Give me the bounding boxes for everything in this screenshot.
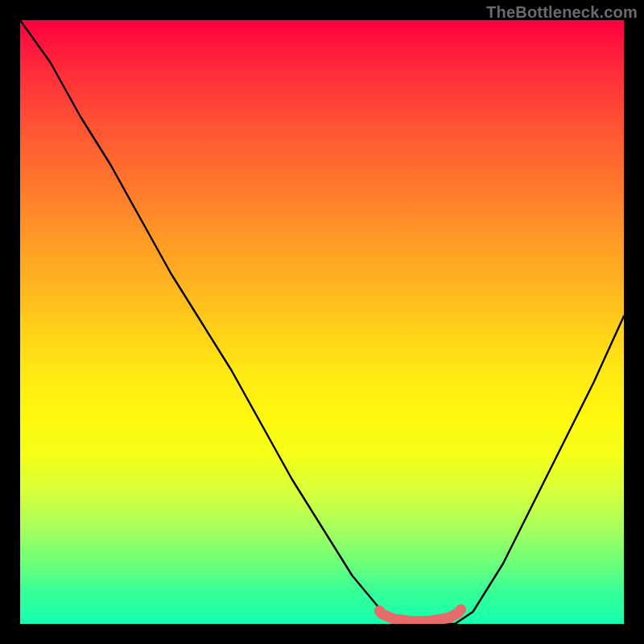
chart-stage: TheBottleneck.com [0,0,644,644]
watermark-text: TheBottleneck.com [486,3,638,22]
chart-svg [20,20,624,624]
plot-area [20,20,624,624]
curve-line [20,20,624,624]
highlight-line [379,609,460,621]
